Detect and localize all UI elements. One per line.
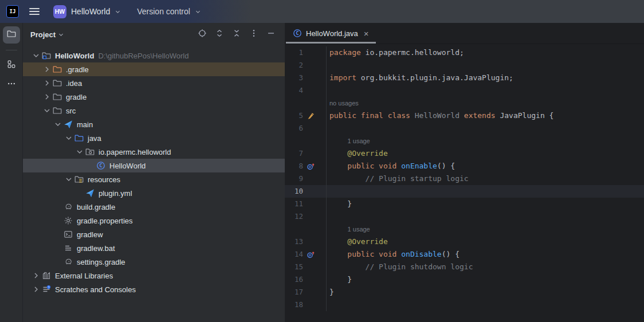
gutter-icon-slot (303, 97, 326, 109)
chevron-down-icon[interactable] (63, 175, 74, 184)
tree-item-java[interactable]: java (23, 131, 285, 145)
tree-item-idea[interactable]: .idea (23, 76, 285, 90)
tree-item-gradlew-bat[interactable]: gradlew.bat (23, 241, 285, 255)
code-line-14[interactable]: 14 public void onDisable() { (285, 248, 644, 261)
collapse-all-button[interactable] (230, 28, 244, 41)
tool-window-button-structure[interactable] (3, 57, 20, 74)
tree-item-plugin-yml[interactable]: plugin.yml (23, 186, 285, 200)
chevron-right-icon[interactable] (41, 92, 52, 101)
main-menu-hamburger-icon[interactable] (29, 6, 40, 17)
code-text: } (326, 273, 644, 286)
project-badge: HW (53, 5, 66, 18)
gutter-icon-slot (303, 122, 326, 135)
token-kw: extends (460, 111, 496, 120)
code-line-11[interactable]: 11 } (285, 198, 644, 210)
chevron-down-icon[interactable] (74, 147, 85, 156)
tree-item-io-papermc-helloworld[interactable]: io.papermc.helloworld (23, 145, 285, 159)
tree-item-gradle[interactable]: .gradle (23, 62, 285, 76)
tool-window-button-project[interactable] (3, 26, 20, 44)
tree-item-helloworld[interactable]: HelloWorldD:\githubRePos\HelloWorld (23, 49, 285, 62)
code-line-7[interactable]: 7 @Override (285, 147, 644, 160)
tree-item-gradle[interactable]: gradle (23, 90, 285, 104)
code-line-2[interactable]: 2 (285, 59, 644, 72)
line-number[interactable]: 4 (285, 84, 303, 97)
line-number[interactable]: 16 (285, 273, 303, 286)
code-text (326, 299, 644, 311)
code-line-4[interactable]: 4 (285, 84, 644, 97)
plugin-marker-icon[interactable] (303, 109, 326, 122)
code-editor[interactable]: 1package io.papermc.helloworld;23import … (285, 44, 644, 322)
line-number[interactable]: 9 (285, 172, 303, 185)
tree-item-resources[interactable]: resources (23, 172, 285, 186)
line-number[interactable]: 5 (285, 109, 303, 122)
code-line-12[interactable]: 12 (285, 210, 644, 223)
close-icon[interactable]: × (364, 29, 369, 38)
code-line-17[interactable]: 17} (285, 286, 644, 299)
editor-tab-title: HelloWorld.java (306, 29, 358, 38)
tree-item-settings-gradle[interactable]: settings.gradle (23, 255, 285, 269)
chevron-right-icon[interactable] (30, 285, 41, 294)
chevron-down-icon[interactable] (30, 51, 41, 60)
line-number[interactable]: 11 (285, 198, 303, 210)
code-line-13[interactable]: 13 @Override (285, 235, 644, 248)
version-control-widget[interactable]: Version control (137, 7, 201, 16)
editor-tab-helloworld-java[interactable]: C HelloWorld.java × (286, 23, 376, 44)
line-number[interactable]: 6 (285, 122, 303, 135)
tree-item-src[interactable]: src (23, 104, 285, 117)
inlay-hint[interactable]: no usages (285, 97, 644, 109)
token-kw: public void (329, 162, 396, 170)
chevron-right-icon[interactable] (41, 78, 52, 88)
project-tool-window: Project HelloWorldD:\githubRePos\HelloWo… (23, 23, 285, 322)
line-number[interactable]: 15 (285, 261, 303, 273)
line-number[interactable]: 8 (285, 160, 303, 172)
hide-panel-button[interactable] (264, 28, 278, 41)
tree-item-build-gradle[interactable]: build.gradle (23, 200, 285, 214)
tool-window-button-more-tool-windows[interactable] (3, 76, 20, 93)
inlay-hint-text: 1 usage (326, 223, 644, 235)
code-line-8[interactable]: 8 public void onEnable() { (285, 160, 644, 172)
line-number[interactable]: 10 (285, 185, 303, 198)
code-line-15[interactable]: 15 // Plugin shutdown logic (285, 261, 644, 273)
inlay-hint[interactable]: 1 usage (285, 223, 644, 235)
line-number[interactable]: 3 (285, 72, 303, 84)
line-number[interactable]: 7 (285, 147, 303, 160)
tree-item-label: gradle.properties (77, 217, 133, 225)
project-panel-title[interactable]: Project (30, 30, 64, 39)
code-line-10[interactable]: 10 (285, 185, 644, 198)
tree-item-gradlew[interactable]: gradlew (23, 227, 285, 241)
expand-all-button[interactable] (213, 28, 226, 41)
line-number[interactable]: 18 (285, 299, 303, 311)
code-line-6[interactable]: 6 (285, 122, 644, 135)
code-line-1[interactable]: 1package io.papermc.helloworld; (285, 46, 644, 59)
tree-item-main[interactable]: main (23, 117, 285, 131)
line-number[interactable]: 14 (285, 248, 303, 261)
code-line-3[interactable]: 3import org.bukkit.plugin.java.JavaPlugi… (285, 72, 644, 84)
tree-item-external-libraries[interactable]: External Libraries (23, 269, 285, 282)
project-widget[interactable]: HW HelloWorld (53, 5, 121, 18)
override-marker-icon[interactable] (303, 160, 326, 172)
token-cm: // Plugin shutdown logic (329, 262, 473, 271)
tree-item-scratches-and-consoles[interactable]: Scratches and Consoles (23, 282, 285, 296)
line-number[interactable]: 2 (285, 59, 303, 72)
chevron-down-icon[interactable] (41, 106, 52, 115)
override-marker-icon[interactable] (303, 248, 326, 261)
options-button[interactable] (247, 28, 261, 41)
tree-item-label: External Libraries (55, 272, 113, 280)
code-line-5[interactable]: 5public final class HelloWorld extends J… (285, 109, 644, 122)
tree-item-gradle-properties[interactable]: gradle.properties (23, 214, 285, 227)
line-number[interactable]: 13 (285, 235, 303, 248)
code-line-9[interactable]: 9 // Plugin startup logic (285, 172, 644, 185)
chevron-right-icon[interactable] (41, 65, 52, 74)
code-line-16[interactable]: 16 } (285, 273, 644, 286)
line-number[interactable]: 1 (285, 46, 303, 59)
code-line-18[interactable]: 18 (285, 299, 644, 311)
line-number[interactable]: 12 (285, 210, 303, 223)
line-number[interactable]: 17 (285, 286, 303, 299)
chevron-down-icon[interactable] (63, 133, 74, 143)
inlay-hint[interactable]: 1 usage (285, 135, 644, 147)
tree-item-helloworld[interactable]: CHelloWorld (23, 159, 285, 172)
select-opened-file-button[interactable] (195, 28, 209, 41)
chevron-right-icon[interactable] (30, 271, 41, 280)
tree-item-label: HelloWorld (55, 52, 94, 60)
chevron-down-icon[interactable] (52, 120, 63, 129)
